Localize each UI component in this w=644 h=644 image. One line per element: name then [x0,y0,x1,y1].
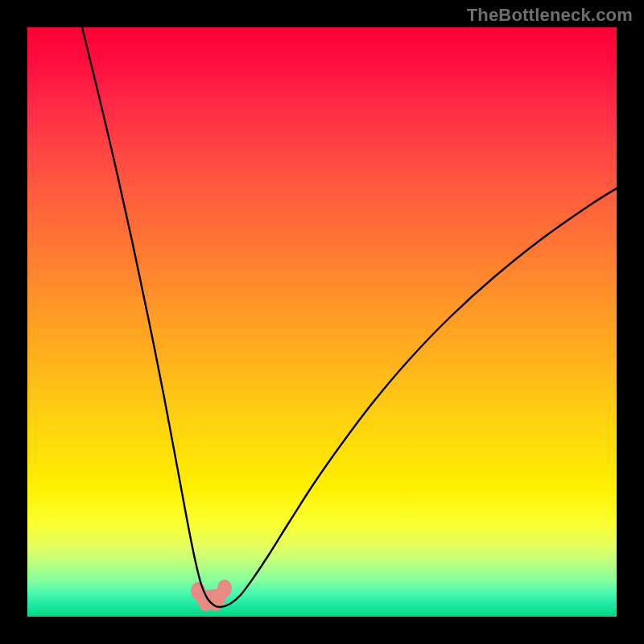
chart-frame: TheBottleneck.com [0,0,644,644]
chart-svg [27,27,617,617]
watermark-text: TheBottleneck.com [467,5,633,26]
bottleneck-curve [82,27,617,607]
plot-area [27,27,617,617]
